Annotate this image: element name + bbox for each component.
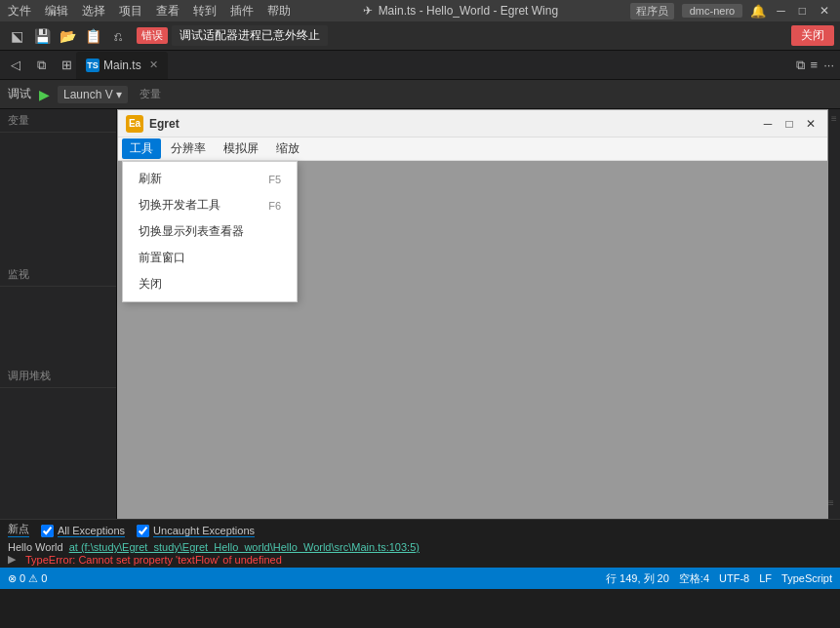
content-area: Ea Egret ─ □ ✕ 工具 分辨率 模拟屏 缩放 刷新 F5 bbox=[117, 109, 840, 519]
dropdown-refresh[interactable]: 刷新 F5 bbox=[123, 166, 297, 192]
tab-close-icon[interactable]: ✕ bbox=[149, 59, 158, 71]
tab-split-icon[interactable]: ⧉ bbox=[31, 56, 51, 75]
egret-window-title: Egret bbox=[149, 117, 180, 131]
toolbar-icon-save[interactable]: 💾 bbox=[31, 25, 53, 47]
debug-config-dropdown[interactable]: Launch V ▾ bbox=[58, 86, 128, 103]
status-line-col[interactable]: 行 149, 列 20 bbox=[606, 571, 669, 586]
debug-config-label: Launch V bbox=[63, 88, 113, 101]
tab-bar-left: ◁ ⧉ ⊞ bbox=[6, 56, 76, 75]
menu-file[interactable]: 文件 bbox=[8, 3, 31, 20]
bottom-tab-newpoint[interactable]: 新点 bbox=[8, 522, 29, 537]
sidebar-callstack: 调用堆栈 bbox=[0, 365, 116, 388]
toolbar-icon-new[interactable]: ⬕ bbox=[6, 25, 27, 47]
close-window-button[interactable]: ✕ bbox=[817, 4, 832, 18]
error-text: TypeError: Cannot set property 'textFlow… bbox=[25, 554, 282, 566]
egret-titlebar: Ea Egret ─ □ ✕ bbox=[118, 110, 827, 137]
menu-edit[interactable]: 编辑 bbox=[45, 3, 68, 20]
error-icon: ⊗ bbox=[8, 572, 17, 585]
uncaught-exceptions-checkbox[interactable] bbox=[137, 525, 149, 537]
error-badge: 错误 bbox=[137, 27, 168, 44]
egret-maximize-button[interactable]: □ bbox=[780, 115, 798, 133]
debug-label: 调试 bbox=[8, 86, 31, 102]
debug-play-button[interactable]: ▶ bbox=[39, 87, 50, 102]
plane-icon: ✈ bbox=[363, 4, 373, 18]
sidebar-variables: 变量 bbox=[0, 109, 116, 133]
tab-ts-icon: TS bbox=[86, 59, 100, 72]
menu-goto[interactable]: 转到 bbox=[193, 3, 217, 20]
tab-bar-right: ⧉ ≡ ··· bbox=[796, 58, 834, 73]
app-title: ✈ Main.ts - Hello_World - Egret Wing bbox=[363, 4, 559, 18]
status-bar-left: ⊗ 0 ⚠ 0 bbox=[8, 572, 47, 585]
egret-window: Ea Egret ─ □ ✕ 工具 分辨率 模拟屏 缩放 刷新 F5 bbox=[117, 109, 828, 519]
username-label: dmc-nero bbox=[682, 4, 742, 18]
maximize-button[interactable]: □ bbox=[796, 4, 809, 18]
minimize-button[interactable]: ─ bbox=[774, 4, 788, 18]
bottom-panel: 新点 All Exceptions Uncaught Exceptions He… bbox=[0, 519, 840, 568]
scrollbar-right[interactable]: ≡ bbox=[828, 109, 840, 519]
error-line: ▶ TypeError: Cannot set property 'textFl… bbox=[8, 553, 832, 566]
debug-bar: 调试 ▶ Launch V ▾ 变量 bbox=[0, 80, 840, 109]
status-encoding[interactable]: UTF-8 bbox=[719, 572, 749, 584]
menu-help[interactable]: 帮助 bbox=[267, 3, 291, 20]
menu-view[interactable]: 查看 bbox=[156, 3, 180, 20]
menu-plugin[interactable]: 插件 bbox=[230, 3, 254, 20]
status-spaces[interactable]: 空格:4 bbox=[679, 571, 709, 586]
title-bar: 文件 编辑 选择 项目 查看 转到 插件 帮助 ✈ Main.ts - Hell… bbox=[0, 0, 840, 21]
dropdown-foreground-label: 前置窗口 bbox=[139, 250, 185, 266]
dropdown-foreground[interactable]: 前置窗口 bbox=[123, 245, 297, 271]
sidebar: 变量 监视 调用堆栈 bbox=[0, 109, 117, 519]
status-bar-right: 行 149, 列 20 空格:4 UTF-8 LF TypeScript bbox=[606, 571, 832, 586]
tools-dropdown-menu: 刷新 F5 切换开发者工具 F6 切换显示列表查看器 前置窗口 关闭 bbox=[122, 161, 298, 302]
role-badge: 程序员 bbox=[630, 3, 674, 20]
dropdown-refresh-label: 刷新 bbox=[139, 171, 162, 187]
tab-bar: ◁ ⧉ ⊞ TS Main.ts ✕ ⧉ ≡ ··· bbox=[0, 51, 840, 80]
bottom-panel-tabs: 新点 All Exceptions Uncaught Exceptions bbox=[0, 520, 840, 539]
close-debug-button[interactable]: 关闭 bbox=[791, 25, 834, 46]
chevron-down-icon: ▾ bbox=[116, 88, 122, 101]
tab-main-ts[interactable]: TS Main.ts ✕ bbox=[76, 52, 168, 79]
status-bar: ⊗ 0 ⚠ 0 行 149, 列 20 空格:4 UTF-8 LF TypeSc… bbox=[0, 568, 840, 589]
scroll-bottom-icon[interactable]: ≡ bbox=[828, 495, 840, 509]
title-bar-menu: 文件 编辑 选择 项目 查看 转到 插件 帮助 bbox=[8, 3, 291, 20]
dropdown-refresh-shortcut: F5 bbox=[268, 174, 281, 185]
error-count: 0 bbox=[20, 572, 25, 584]
egret-logo: Ea bbox=[126, 115, 143, 133]
toolbar-icon-copy[interactable]: 📋 bbox=[82, 25, 103, 47]
tab-menu-icon[interactable]: ≡ bbox=[811, 58, 819, 73]
egret-close-button[interactable]: ✕ bbox=[802, 115, 820, 133]
toolbar-icon-undo[interactable]: ⎌ bbox=[107, 25, 129, 47]
dropdown-displaylist[interactable]: 切换显示列表查看器 bbox=[123, 218, 297, 245]
all-exceptions-checkbox[interactable] bbox=[41, 525, 54, 537]
expand-icon[interactable]: ▶ bbox=[8, 553, 16, 566]
main-layout: 变量 监视 调用堆栈 Ea Egret ─ □ ✕ 工具 分辨率 模拟屏 bbox=[0, 109, 840, 519]
toolbar-icon-open[interactable]: 📂 bbox=[57, 25, 78, 47]
egret-window-controls: ─ □ ✕ bbox=[759, 115, 820, 133]
hello-world-line: Hello World at (f:\study\Egret_study\Egr… bbox=[8, 541, 832, 553]
egret-menu-zoom[interactable]: 缩放 bbox=[268, 138, 307, 159]
menu-select[interactable]: 选择 bbox=[82, 3, 105, 20]
tab-back-icon[interactable]: ◁ bbox=[6, 56, 25, 75]
scroll-indicator: ≡ bbox=[831, 113, 837, 124]
menu-project[interactable]: 项目 bbox=[119, 3, 142, 20]
dropdown-devtools-shortcut: F6 bbox=[268, 200, 281, 212]
file-link[interactable]: at (f:\study\Egret_study\Egret_Hello_wor… bbox=[69, 541, 420, 553]
hello-world-text: Hello World bbox=[8, 541, 63, 553]
tab-search-icon[interactable]: ⊞ bbox=[57, 56, 76, 75]
status-errors[interactable]: ⊗ 0 ⚠ 0 bbox=[8, 572, 47, 585]
bell-icon[interactable]: 🔔 bbox=[750, 4, 766, 19]
egret-menu-tools[interactable]: 工具 bbox=[122, 138, 161, 159]
status-language[interactable]: TypeScript bbox=[781, 572, 832, 584]
error-message: 调试适配器进程已意外终止 bbox=[172, 25, 328, 46]
egret-menu-resolution[interactable]: 分辨率 bbox=[163, 138, 214, 159]
dropdown-close[interactable]: 关闭 bbox=[123, 271, 297, 297]
sidebar-watch: 监视 bbox=[0, 263, 116, 287]
dropdown-devtools[interactable]: 切换开发者工具 F6 bbox=[123, 192, 297, 218]
status-line-ending[interactable]: LF bbox=[759, 572, 772, 584]
egret-menu-simscreen[interactable]: 模拟屏 bbox=[216, 138, 266, 159]
tab-more-icon[interactable]: ··· bbox=[823, 58, 834, 73]
tab-split-right-icon[interactable]: ⧉ bbox=[796, 58, 805, 73]
warning-icon: ⚠ bbox=[28, 572, 38, 585]
dropdown-close-label: 关闭 bbox=[139, 276, 162, 293]
all-exceptions-label: All Exceptions bbox=[58, 525, 125, 537]
egret-minimize-button[interactable]: ─ bbox=[759, 115, 777, 133]
